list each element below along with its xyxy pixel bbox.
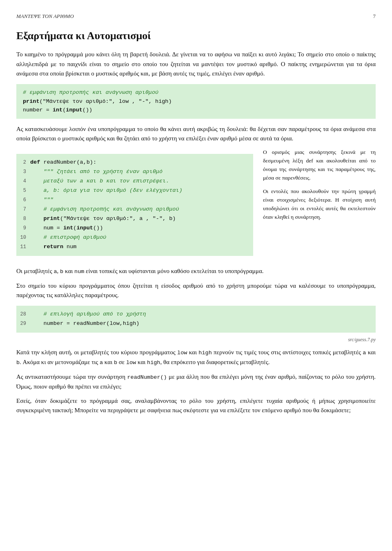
code-line: 28 # επιλογή αριθμού από το χρήστη xyxy=(16,310,376,319)
page-header: ΜΑΝΤΕΨΕ ΤΟΝ ΑΡΙΘΜΟ 7 xyxy=(16,12,376,20)
page-number: 7 xyxy=(373,12,376,20)
para-6: Εσείς, όταν δοκιμάζετε το πρόγραμμά σας,… xyxy=(16,396,376,415)
chapter-title: Εξαρτήματα κι Αυτοματισμοί xyxy=(16,28,376,44)
code-line: 10 # επιστροφή αριθμού xyxy=(16,233,253,242)
code-column: 2 def readNumber(a,b): 3 """ ζητάει από … xyxy=(16,148,253,261)
code-line: 5 a, b: όρια για τον αριθμό (δεν ελέγχον… xyxy=(16,186,253,196)
sidebar-para-2: Οι εντολές που ακολουθούν την πρώτη γραμ… xyxy=(263,187,376,222)
source-label: src/guess.7.py xyxy=(16,336,376,344)
para-4: Κατά την κλήση αυτή, οι μεταβλητές του κ… xyxy=(16,348,376,367)
para-3: Στο σημείο του κύριου προγράμματος όπου … xyxy=(16,281,376,300)
code-line: 6 """ xyxy=(16,196,253,205)
para-1: Ας κατασκευάσουμε λοιπόν ένα υποπρόγραμμ… xyxy=(16,124,376,144)
code-line: 9 num = int(input()) xyxy=(16,224,253,233)
intro-paragraph: Το καημένο το πρόγραμμά μου κάνει όλη τη… xyxy=(16,50,376,78)
para-2: Οι μεταβλητές a, b και num είναι τοπικές… xyxy=(16,267,376,276)
para-5: Ας αντικαταστήσουμε τώρα την συνάρτηση r… xyxy=(16,372,376,391)
code-line: 2 def readNumber(a,b): xyxy=(16,158,253,167)
code-line: 29 number = readNumber(low,high) xyxy=(16,319,376,329)
code-block-2: 2 def readNumber(a,b): 3 """ ζητάει από … xyxy=(16,154,253,256)
code-line: 8 print("Μάντεψε τον αριθμό:", a , "-", … xyxy=(16,214,253,224)
code-line: 3 """ ζητάει από το χρήστη έναν αριθμό xyxy=(16,167,253,177)
code-line: 7 # εμφάνιση προτροπής και ανάγνωση αριθ… xyxy=(16,205,253,214)
two-column-section: 2 def readNumber(a,b): 3 """ ζητάει από … xyxy=(16,148,376,261)
code-block-3: 28 # επιλογή αριθμού από το χρήστη 29 nu… xyxy=(16,306,376,333)
header-title: ΜΑΝΤΕΨΕ ΤΟΝ ΑΡΙΘΜΟ xyxy=(16,12,74,20)
sidebar-column: Ο ορισμός μιας συνάρτησης ξεκινά με τη δ… xyxy=(263,148,376,261)
code-line: 4 μεταξύ των a και b και τον επιστρέφει. xyxy=(16,177,253,186)
code-block-1: # εμφάνιση προτροπής και ανάγνωση αριθμο… xyxy=(16,84,376,119)
sidebar-para-1: Ο ορισμός μιας συνάρτησης ξεκινά με τη δ… xyxy=(263,148,376,182)
code-line: 11 return num xyxy=(16,242,253,252)
